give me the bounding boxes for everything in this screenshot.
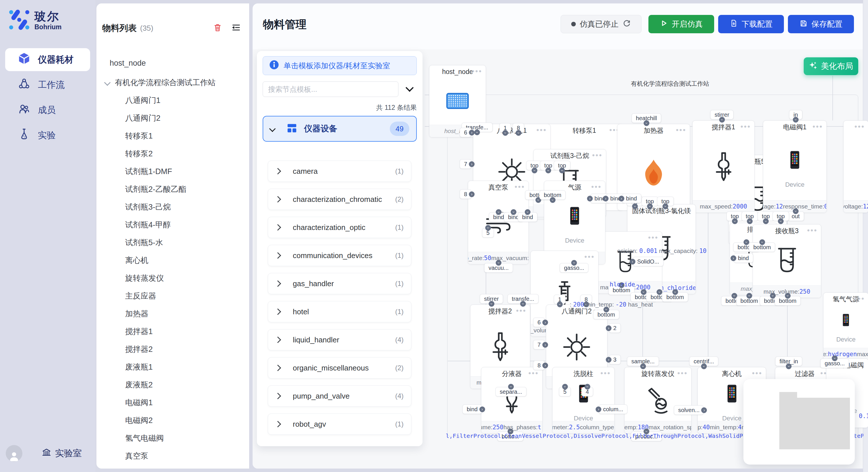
node-menu-icon[interactable]: ••• [472, 65, 482, 77]
list-item-试剂瓶4-甲醇[interactable]: 试剂瓶4-甲醇 [96, 216, 249, 233]
port-chip-top[interactable]: top› [642, 197, 658, 206]
port-chip-bind[interactable]: bind› [462, 405, 482, 414]
list-item-试剂瓶2-乙酸乙酯[interactable]: 试剂瓶2-乙酸乙酯 [96, 181, 249, 198]
node-menu-icon[interactable]: ••• [516, 305, 526, 317]
port-chip-top[interactable]: top› [741, 212, 758, 221]
port-chip-out[interactable]: out› [787, 212, 804, 221]
list-item-废液瓶2[interactable]: 废液瓶2 [96, 376, 249, 394]
list-item-有机化学流程综合测试工作站[interactable]: 有机化学流程综合测试工作站 [96, 74, 249, 91]
canvas-node-node-7[interactable]: •••voltage: 12 [843, 121, 868, 213]
port-chip-1[interactable]: 1› [554, 295, 565, 304]
port-chip-4[interactable]: 4› [581, 387, 593, 397]
canvas-node-接收瓶3[interactable]: 接收瓶3 •••max_volume: 250 [753, 224, 821, 298]
list-item-加热器[interactable]: 加热器 [96, 305, 249, 322]
category-row-organic_miscellaneous[interactable]: organic_miscellaneous (2) [268, 357, 411, 378]
category-row-liquid_handler[interactable]: liquid_handler (4) [268, 329, 411, 350]
simulation-status-pill[interactable]: 仿真已停止 [561, 15, 642, 33]
list-item-试剂瓶5-水[interactable]: 试剂瓶5-水 [96, 234, 249, 251]
node-menu-icon[interactable]: ••• [515, 181, 525, 193]
chevron-down-icon[interactable] [407, 85, 417, 92]
refresh-icon[interactable] [623, 19, 631, 30]
sidebar-item-users[interactable]: 成员 [5, 99, 90, 122]
list-item-搅拌器1[interactable]: 搅拌器1 [96, 323, 249, 340]
node-menu-icon[interactable]: ••• [600, 367, 611, 379]
delete-icon[interactable] [212, 22, 223, 34]
list-item-旋转蒸发仪[interactable]: 旋转蒸发仪 [96, 270, 249, 287]
node-menu-icon[interactable]: ••• [741, 121, 751, 133]
port-chip-bind[interactable]: bind› [622, 194, 641, 203]
port-chip-7[interactable]: 7› [460, 160, 471, 169]
minimap-panel[interactable] [743, 379, 855, 465]
list-item-主反应器[interactable]: 主反应器 [96, 287, 249, 305]
category-row-robot_agv[interactable]: robot_agv (1) [268, 413, 411, 435]
port-chip-in[interactable]: in› [789, 110, 802, 120]
category-row-hotel[interactable]: hotel (1) [268, 301, 411, 322]
canvas-node-旋转蒸发仪[interactable]: 旋转蒸发仪 •••temp: 180 max_rotation_sp [624, 367, 691, 434]
port-chip-bind[interactable]: bind› [518, 212, 537, 222]
port-chip-7[interactable]: 7› [533, 340, 545, 349]
port-chip-centrif[interactable]: centrif...› [689, 357, 718, 366]
port-chip-colum[interactable]: colum...› [599, 405, 627, 414]
download-config-button[interactable]: 下载配置 [718, 15, 784, 33]
list-item-试剂瓶3-己烷[interactable]: 试剂瓶3-己烷 [96, 198, 249, 216]
canvas-node-氢气气源[interactable]: 氢气气源 •••Device_type: hydrogen max_pre [823, 293, 868, 361]
canvas-node-真空泵[interactable]: 真空泵 •••ump_rate: 50 max_vacuum: 0.1 [468, 181, 529, 264]
port-chip-8[interactable]: 8› [513, 123, 524, 133]
chevron-down-icon[interactable] [104, 79, 111, 86]
sidebar-item-cube[interactable]: 仪器耗材 [5, 48, 90, 71]
node-menu-icon[interactable]: ••• [592, 149, 602, 162]
port-chip-1[interactable]: 1› [499, 123, 511, 133]
port-chip-bottom[interactable]: bottom› [774, 296, 801, 306]
port-chip-bind[interactable]: bind› [734, 254, 753, 263]
port-chip-top[interactable]: top› [726, 212, 743, 221]
port-chip-stirrer[interactable]: stirrer› [710, 110, 733, 120]
node-menu-icon[interactable]: ••• [855, 293, 865, 305]
port-chip-separa[interactable]: separa...› [495, 387, 526, 397]
port-chip-8[interactable]: 8› [460, 190, 471, 199]
port-chip-solven[interactable]: solven...› [674, 405, 704, 415]
category-row-characterization_optic[interactable]: characterization_optic (1) [268, 217, 411, 238]
port-chip-top[interactable]: top› [757, 212, 774, 221]
port-chip-stirrer[interactable]: stirrer› [479, 294, 503, 304]
node-menu-icon[interactable]: ••• [855, 359, 865, 371]
node-menu-icon[interactable]: ••• [855, 121, 865, 133]
category-row-pump_and_valve[interactable]: pump_and_valve (4) [268, 385, 411, 407]
category-row-characterization_chromatic[interactable]: characterization_chromatic (2) [268, 189, 411, 210]
port-chip-6[interactable]: 6› [533, 318, 545, 327]
list-item-八通阀门2[interactable]: 八通阀门2 [96, 109, 249, 127]
save-config-button[interactable]: 保存配置 [788, 15, 854, 33]
node-menu-icon[interactable]: ••• [648, 231, 658, 244]
port-chip-bottom[interactable]: bottom› [593, 310, 619, 319]
port-chip-5[interactable]: 5› [482, 228, 494, 238]
list-item-八通阀门1[interactable]: 八通阀门1 [96, 92, 249, 109]
category-group-instruments[interactable]: 仪器设备 49 [262, 116, 417, 142]
canvas-node-分液器[interactable]: 分液器 •••volume: 250 has_phases: true [481, 367, 542, 434]
node-menu-icon[interactable]: ••• [677, 367, 688, 379]
list-item-真空泵[interactable]: 真空泵 [96, 447, 249, 465]
port-chip-heatchill[interactable]: heatchill› [631, 113, 661, 123]
list-item-电磁阀2[interactable]: 电磁阀2 [96, 412, 249, 429]
node-menu-icon[interactable]: ••• [682, 204, 692, 216]
category-row-camera[interactable]: camera (1) [268, 161, 411, 182]
node-menu-icon[interactable]: ••• [813, 121, 823, 133]
port-chip-SolidO[interactable]: SolidO...› [633, 257, 663, 266]
node-menu-icon[interactable]: ••• [584, 250, 595, 263]
canvas-node-电磁阀1[interactable]: 电磁阀1 •••Devicevoltage: 12 response_time:… [763, 121, 827, 213]
port-chip-vacuu[interactable]: vacuu...› [484, 263, 513, 273]
node-menu-icon[interactable]: ••• [536, 124, 547, 136]
port-chip-6[interactable]: 6› [460, 128, 471, 137]
port-chip-transfe[interactable]: transfe...› [507, 294, 538, 304]
start-simulation-button[interactable]: 开启仿真 [648, 15, 714, 33]
beautify-layout-button[interactable]: 美化布局 [804, 57, 858, 75]
list-item-host_node[interactable]: host_node [96, 55, 249, 72]
sidebar-item-flask[interactable]: 实验 [5, 124, 90, 147]
list-item-转移泵1[interactable]: 转移泵1 [96, 127, 249, 144]
port-chip-bottom[interactable]: bottom› [539, 191, 565, 200]
list-item-转移泵2[interactable]: 转移泵2 [96, 145, 249, 162]
port-chip-top[interactable]: top› [772, 212, 789, 221]
port-chip-5[interactable]: 5› [559, 387, 570, 397]
list-item-氢气电磁阀[interactable]: 氢气电磁阀 [96, 430, 249, 447]
canvas-node-洗脱柱[interactable]: 洗脱柱 •••Devicediameter: 2.5 column_type: … [552, 367, 615, 434]
node-menu-icon[interactable]: ••• [676, 124, 686, 136]
port-chip-filter_in[interactable]: filter_in› [775, 357, 802, 366]
